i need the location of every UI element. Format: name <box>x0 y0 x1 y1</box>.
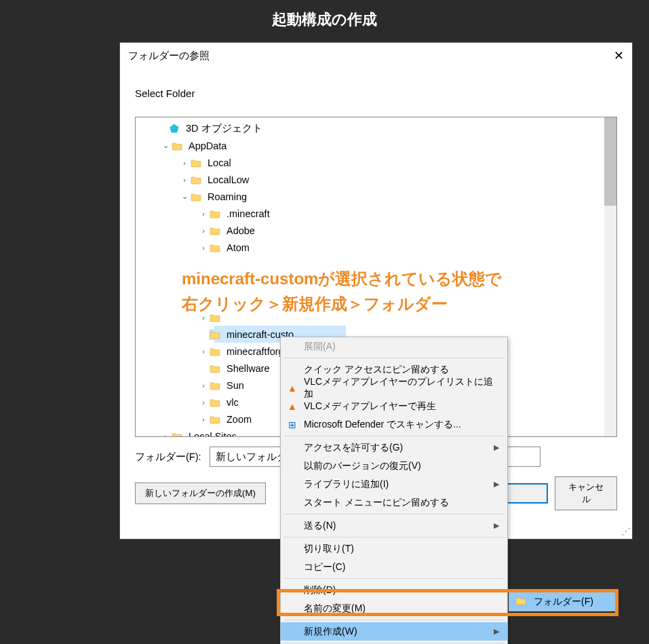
tree-item-dotminecraft[interactable]: › .minecraft <box>136 205 616 222</box>
chevron-right-icon: ▶ <box>494 627 499 636</box>
ctx-defender-scan[interactable]: ⊞Microsoft Defender でスキャンする... <box>281 415 507 434</box>
chevron-right-icon: ▶ <box>494 480 499 489</box>
chevron-right-icon: › <box>198 398 209 406</box>
folder-icon <box>190 157 202 168</box>
ctx-delete[interactable]: 削除(D) <box>281 581 507 599</box>
chevron-icon: › <box>198 330 209 339</box>
tree-item-3d-objects[interactable]: › ⬟ 3D オブジェクト <box>136 120 616 137</box>
chevron-right-icon: › <box>179 159 190 167</box>
menu-separator <box>283 358 505 358</box>
folder-icon <box>209 397 221 408</box>
folder-icon <box>514 596 528 607</box>
chevron-right-icon: › <box>198 347 209 356</box>
new-folder-button[interactable]: 新しいフォルダーの作成(M) <box>135 482 266 504</box>
menu-separator <box>283 643 505 643</box>
scrollbar-thumb[interactable] <box>604 117 616 206</box>
context-menu: 展開(A) クイック アクセスにピン留めする ▲VLCメディアプレイヤーのプレイ… <box>280 337 508 644</box>
ctx-copy[interactable]: コピー(C) <box>281 558 507 576</box>
ctx-send-to[interactable]: 送る(N)▶ <box>281 516 507 535</box>
menu-separator <box>283 436 505 436</box>
chevron-right-icon: › <box>160 432 171 438</box>
menu-separator <box>283 620 505 620</box>
context-submenu-new: フォルダー(F) <box>509 592 616 611</box>
folder-icon <box>209 242 221 253</box>
folder-icon <box>190 191 202 202</box>
folder-field-label: フォルダー(F): <box>135 451 201 463</box>
tree-item-locallow[interactable]: › LocalLow <box>136 171 616 188</box>
folder-icon <box>209 363 221 374</box>
ctx-cut[interactable]: 切り取り(T) <box>281 539 507 558</box>
page-title: 起動構成の作成 <box>0 0 649 39</box>
cancel-button[interactable]: キャンセル <box>555 476 617 510</box>
menu-separator <box>283 578 505 579</box>
ctx-new-folder[interactable]: フォルダー(F) <box>509 592 615 611</box>
folder-icon <box>209 225 221 236</box>
folder-icon <box>209 312 221 323</box>
chevron-right-icon: › <box>198 415 209 423</box>
dialog-titlebar: フォルダーの参照 ✕ <box>120 43 632 69</box>
vlc-cone-icon: ▲ <box>286 401 299 412</box>
chevron-right-icon: › <box>198 210 209 218</box>
menu-separator <box>283 537 505 537</box>
tree-item-local[interactable]: › Local <box>136 154 616 171</box>
chevron-right-icon: ▶ <box>494 443 499 452</box>
folder-icon <box>190 174 202 185</box>
menu-separator <box>283 514 505 514</box>
tree-item-appdata[interactable]: ⌄ AppData <box>136 137 616 154</box>
folder-icon <box>209 414 221 425</box>
ctx-rename[interactable]: 名前の変更(M) <box>281 599 507 618</box>
chevron-right-icon: › <box>198 381 209 390</box>
chevron-right-icon: ▶ <box>494 521 499 530</box>
ctx-add-library[interactable]: ライブラリに追加(I)▶ <box>281 475 507 493</box>
folder-icon <box>209 380 221 391</box>
chevron-down-icon: ⌄ <box>160 141 171 150</box>
ctx-vlc-play[interactable]: ▲VLCメディアプレイヤーで再生 <box>281 397 507 415</box>
chevron-right-icon: › <box>198 244 209 252</box>
ctx-expand: 展開(A) <box>281 337 507 356</box>
dialog-title: フォルダーの参照 <box>128 50 210 62</box>
folder-icon <box>209 329 221 340</box>
resize-grip-icon[interactable]: ⋰ <box>621 528 631 537</box>
chevron-right-icon: › <box>198 314 209 322</box>
tree-item-hidden[interactable]: › ........ <box>136 309 616 326</box>
tree-spacer <box>136 256 616 273</box>
ctx-new[interactable]: 新規作成(W)▶ <box>281 622 507 641</box>
cube-icon: ⬟ <box>168 124 180 134</box>
tree-spacer <box>136 291 616 309</box>
shield-icon: ⊞ <box>286 419 299 430</box>
chevron-right-icon: › <box>179 176 190 184</box>
scrollbar[interactable] <box>604 117 616 436</box>
tree-spacer <box>136 273 616 291</box>
folder-icon <box>171 431 183 438</box>
ctx-vlc-playlist[interactable]: ▲VLCメディアプレイヤーのプレイリストに追加 <box>281 379 507 397</box>
chevron-icon: › <box>198 364 209 373</box>
close-icon[interactable]: ✕ <box>597 48 624 63</box>
tree-item-atom[interactable]: › Atom <box>136 239 616 256</box>
folder-icon <box>209 346 221 357</box>
chevron-right-icon: › <box>198 227 209 235</box>
folder-icon <box>171 140 183 151</box>
folder-icon <box>209 208 221 219</box>
tree-item-roaming[interactable]: ⌄ Roaming <box>136 188 616 205</box>
vlc-cone-icon: ▲ <box>286 383 299 394</box>
ctx-pin-start[interactable]: スタート メニューにピン留めする <box>281 493 507 512</box>
ctx-grant-access[interactable]: アクセスを許可する(G)▶ <box>281 438 507 457</box>
chevron-icon: › <box>157 125 168 133</box>
dialog-subtitle: Select Folder <box>120 69 632 107</box>
tree-item-adobe[interactable]: › Adobe <box>136 222 616 239</box>
chevron-down-icon: ⌄ <box>179 192 190 201</box>
ctx-previous-versions[interactable]: 以前のバージョンの復元(V) <box>281 457 507 475</box>
